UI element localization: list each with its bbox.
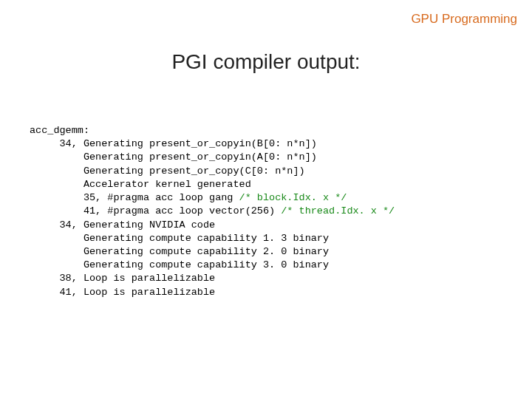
- code-line: 41, #pragma acc loop vector(256): [30, 205, 281, 216]
- code-line: 34, Generating present_or_copyin(B[0: n*…: [30, 138, 317, 149]
- code-line: Accelerator kernel generated: [30, 179, 251, 190]
- code-line: Generating present_or_copy(C[0: n*n]): [30, 166, 305, 177]
- code-line: 35, #pragma acc loop gang: [30, 192, 239, 203]
- code-line: acc_dgemm:: [30, 125, 89, 136]
- header-label: GPU Programming: [411, 12, 517, 27]
- compiler-output: acc_dgemm: 34, Generating present_or_cop…: [30, 124, 395, 299]
- code-comment: /* thread.Idx. x */: [281, 205, 395, 216]
- code-line: Generating compute capability 1. 3 binar…: [30, 233, 329, 244]
- code-line: Generating present_or_copyin(A[0: n*n]): [30, 151, 317, 163]
- code-comment: /* block.Idx. x */: [239, 192, 347, 203]
- code-line: Generating compute capability 3. 0 binar…: [30, 259, 329, 270]
- code-line: 41, Loop is parallelizable: [30, 287, 215, 298]
- slide-title: PGI compiler output:: [0, 50, 532, 74]
- code-line: 34, Generating NVIDIA code: [30, 219, 215, 231]
- slide: GPU Programming PGI compiler output: acc…: [0, 0, 532, 399]
- code-line: Generating compute capability 2. 0 binar…: [30, 246, 329, 257]
- code-line: 38, Loop is parallelizable: [30, 273, 215, 284]
